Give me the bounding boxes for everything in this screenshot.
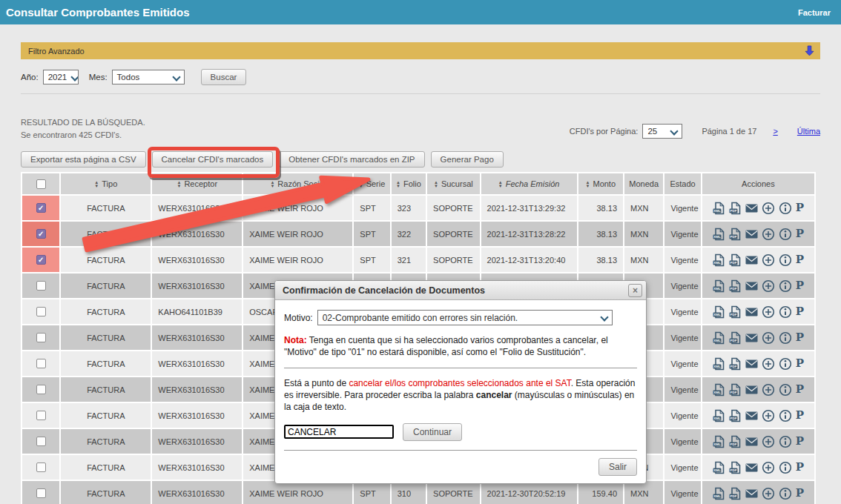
pdf-file-icon[interactable]: PDF — [729, 279, 742, 293]
advanced-filter-bar[interactable]: Filtro Avanzado — [21, 42, 820, 59]
pdf-file-icon[interactable]: PDF — [729, 357, 742, 371]
payment-icon[interactable]: P — [796, 228, 804, 239]
xml-file-icon[interactable]: XML — [713, 279, 725, 293]
payment-icon[interactable]: P — [796, 436, 804, 447]
xml-file-icon[interactable]: XML — [713, 228, 725, 241]
column-header-receptor[interactable]: ▲▼Receptor — [152, 173, 242, 194]
xml-file-icon[interactable]: XML — [713, 357, 725, 371]
payment-icon[interactable]: P — [796, 488, 804, 499]
info-icon[interactable] — [779, 331, 792, 345]
add-icon[interactable] — [762, 228, 775, 241]
info-icon[interactable] — [779, 279, 792, 293]
xml-file-icon[interactable]: XML — [713, 461, 725, 474]
column-header-fecha-emision[interactable]: ▲▼Fecha Emisión — [481, 173, 577, 194]
payment-icon[interactable]: P — [796, 202, 804, 213]
payment-icon[interactable]: P — [796, 332, 804, 343]
add-icon[interactable] — [762, 279, 775, 293]
add-icon[interactable] — [762, 409, 775, 422]
xml-file-icon[interactable]: XML — [713, 305, 725, 319]
pdf-file-icon[interactable]: PDF — [729, 253, 742, 267]
xml-file-icon[interactable]: XML — [713, 435, 725, 448]
email-icon[interactable] — [745, 385, 758, 394]
row-checkbox[interactable] — [36, 307, 46, 316]
pdf-file-icon[interactable]: PDF — [729, 305, 742, 319]
email-icon[interactable] — [745, 359, 758, 368]
exit-button[interactable]: Salir — [598, 458, 637, 476]
email-icon[interactable] — [745, 230, 758, 239]
add-icon[interactable] — [762, 202, 775, 215]
row-checkbox[interactable] — [36, 281, 46, 291]
collapse-arrow-icon[interactable] — [805, 45, 814, 56]
add-icon[interactable] — [762, 461, 775, 474]
pdf-file-icon[interactable]: PDF — [729, 202, 742, 215]
row-checkbox[interactable] — [36, 437, 46, 446]
generate-payment-button[interactable]: Generar Pago — [431, 151, 504, 168]
month-select[interactable]: Todos — [112, 70, 185, 84]
email-icon[interactable] — [745, 334, 758, 342]
add-icon[interactable] — [762, 253, 775, 267]
email-icon[interactable] — [745, 411, 758, 420]
add-icon[interactable] — [762, 435, 775, 448]
email-icon[interactable] — [745, 204, 758, 213]
add-icon[interactable] — [762, 331, 775, 345]
row-checkbox[interactable] — [36, 359, 46, 368]
info-icon[interactable] — [779, 357, 792, 371]
row-checkbox[interactable] — [36, 229, 46, 239]
column-header-folio[interactable]: ▲▼Folio — [392, 173, 426, 194]
pdf-file-icon[interactable]: PDF — [729, 487, 742, 500]
last-page-link[interactable]: Última — [797, 127, 820, 136]
payment-icon[interactable]: P — [796, 410, 804, 421]
add-icon[interactable] — [762, 305, 775, 319]
column-header-sucursal[interactable]: ▲▼Sucursal — [427, 173, 480, 194]
email-icon[interactable] — [745, 463, 758, 472]
email-icon[interactable] — [745, 489, 758, 498]
payment-icon[interactable]: P — [796, 358, 804, 369]
next-page-link[interactable]: > — [773, 127, 777, 136]
email-icon[interactable] — [745, 256, 758, 265]
xml-file-icon[interactable]: XML — [713, 409, 725, 422]
info-icon[interactable] — [779, 253, 792, 267]
row-checkbox[interactable] — [36, 255, 46, 265]
info-icon[interactable] — [779, 305, 792, 319]
search-button[interactable]: Buscar — [201, 69, 247, 85]
email-icon[interactable] — [745, 282, 758, 291]
column-header-razon-social[interactable]: ▲▼Razón Social — [243, 173, 352, 194]
year-select[interactable]: 2021 — [43, 70, 79, 84]
export-csv-button[interactable]: Exportar esta página a CSV — [21, 151, 146, 168]
row-checkbox[interactable] — [36, 385, 46, 394]
payment-icon[interactable]: P — [796, 306, 804, 317]
info-icon[interactable] — [779, 383, 792, 397]
row-checkbox[interactable] — [36, 333, 46, 342]
row-checkbox[interactable] — [36, 411, 46, 420]
xml-file-icon[interactable]: XML — [713, 383, 725, 397]
column-header-tipo[interactable]: ▲▼Tipo — [61, 173, 151, 194]
info-icon[interactable] — [779, 487, 792, 500]
column-header-select[interactable] — [22, 173, 59, 194]
cancel-confirmation-input[interactable] — [284, 425, 394, 439]
info-icon[interactable] — [779, 202, 792, 215]
email-icon[interactable] — [745, 437, 758, 446]
per-page-select[interactable]: 25 — [642, 124, 682, 139]
motivo-select[interactable]: 02-Comprobante emitido con errores sin r… — [317, 310, 613, 325]
close-icon[interactable]: × — [628, 284, 642, 297]
payment-icon[interactable]: P — [796, 280, 804, 291]
add-icon[interactable] — [762, 487, 775, 500]
info-icon[interactable] — [779, 409, 792, 422]
continue-button[interactable]: Continuar — [403, 423, 462, 441]
email-icon[interactable] — [745, 308, 758, 316]
pdf-file-icon[interactable]: PDF — [729, 228, 742, 241]
column-header-serie[interactable]: ▲▼Serie — [354, 173, 389, 194]
info-icon[interactable] — [779, 435, 792, 448]
xml-file-icon[interactable]: XML — [713, 253, 725, 267]
payment-icon[interactable]: P — [796, 384, 804, 395]
info-icon[interactable] — [779, 461, 792, 474]
add-icon[interactable] — [762, 357, 775, 371]
pdf-file-icon[interactable]: PDF — [729, 383, 742, 397]
payment-icon[interactable]: P — [796, 254, 804, 265]
pdf-file-icon[interactable]: PDF — [729, 331, 742, 345]
pdf-file-icon[interactable]: PDF — [729, 435, 742, 448]
pdf-file-icon[interactable]: PDF — [729, 461, 742, 474]
select-all-checkbox[interactable] — [36, 179, 46, 189]
zip-marked-button[interactable]: Obtener CFDI's marcados en ZIP — [279, 151, 424, 168]
cancel-marked-button[interactable]: Cancelar CFDI's marcados — [152, 151, 274, 168]
